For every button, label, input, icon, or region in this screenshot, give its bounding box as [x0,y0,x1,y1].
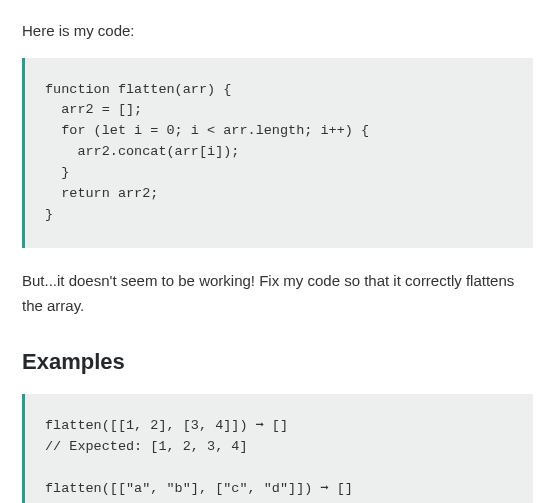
body-text: But...it doesn't seem to be working! Fix… [22,268,533,319]
examples-heading: Examples [22,343,533,380]
examples-block: flatten([[1, 2], [3, 4]]) ➞ [] // Expect… [22,394,533,503]
intro-text: Here is my code: [22,18,533,44]
code-block: function flatten(arr) { arr2 = []; for (… [22,58,533,248]
